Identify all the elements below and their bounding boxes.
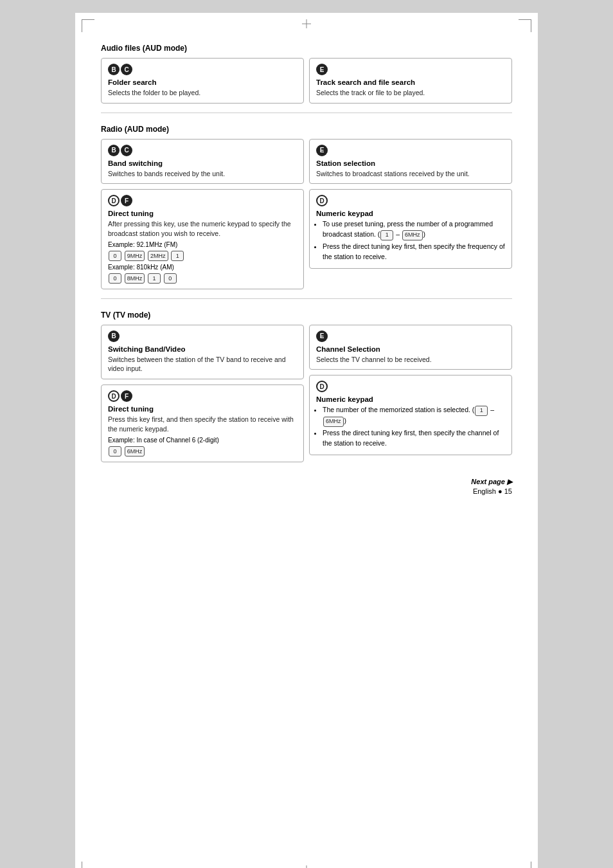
direct-tuning-radio-title: Direct tuning [108,210,297,217]
direct-tuning-radio-box: D F Direct tuning After pressing this ke… [101,189,304,289]
track-search-badges: E [316,64,505,75]
numeric-keypad-radio-bullet-2: Press the direct tuning key first, then … [323,242,505,262]
example-am-keys: 0 8MHz 1 0 [108,273,297,284]
numeric-keypad-tv-bullets: The number of the memorized station is s… [316,405,505,448]
divider-2 [101,298,512,299]
audio-files-grid: B C Folder search Selects the folder to … [101,58,512,104]
folder-search-desc: Selects the folder to be played. [108,88,297,98]
divider-1 [101,113,512,113]
key-1-tv-preset: 1 [475,406,488,416]
radio-grid: B C Band switching Switches to bands rec… [101,139,512,289]
section-audio-title: Audio files (AUD mode) [101,44,512,53]
switching-band-desc: Switches between the station of the TV b… [108,355,297,374]
key-1-preset: 1 [380,230,393,240]
badge-E-track: E [316,64,328,75]
main-content: Audio files (AUD mode) B C Folder search… [101,44,512,495]
numeric-keypad-radio-title: Numeric keypad [316,210,505,217]
channel-selection-box: E Channel Selection Selects the TV chann… [309,325,512,370]
switching-band-badges: B [108,330,297,342]
folder-search-badges: B C [108,64,297,75]
direct-tuning-tv-desc: Press this key first, and then specify t… [108,415,297,433]
corner-mark-bl [82,862,94,868]
track-search-title: Track search and file search [316,78,505,86]
band-switching-badges: B C [108,145,297,156]
key-6mhz-tv-preset: 6MHz [323,417,344,427]
corner-mark-tl [82,19,94,32]
badge-D-numeric: D [316,195,328,206]
key-0-am2: 0 [164,273,177,284]
crosshair-bottom [302,865,311,868]
badge-D-tv-numeric: D [316,381,328,392]
channel-selection-badges: E [316,330,505,342]
key-1-am: 1 [148,273,161,284]
station-selection-badges: E [316,145,505,156]
numeric-keypad-radio-bullet-1: To use preset tuning, press the number o… [323,219,505,240]
key-8mhz: 8MHz [125,273,145,284]
key-0-tv: 0 [109,446,121,457]
key-1-fm: 1 [171,251,184,261]
station-selection-title: Station selection [316,159,505,167]
badge-D-tv-direct: D [108,390,120,402]
example-tv-keys: 0 6MHz [108,446,297,457]
badge-B-band: B [108,145,120,156]
corner-mark-tr [519,19,531,32]
badge-C-folder: C [121,64,132,75]
direct-tuning-tv-box: D F Direct tuning Press this key first, … [101,384,304,462]
track-search-box: E Track search and file search Selects t… [309,58,512,104]
badge-F-direct: F [121,195,132,206]
section-tv-title: TV (TV mode) [101,311,512,320]
page-number: English ● 15 [101,487,512,495]
tv-grid: B Switching Band/Video Switches between … [101,325,512,462]
badge-E-channel: E [316,330,328,342]
key-2mhz: 2MHz [148,251,168,261]
key-0-fm1: 0 [109,251,121,261]
key-6mhz-preset: 6MHz [402,230,423,240]
example-tv-label: Example: In case of Channel 6 (2-digit) [108,437,297,444]
numeric-keypad-tv-bullet-1: The number of the memorized station is s… [323,405,505,427]
direct-tuning-radio-desc: After pressing this key, use the numeric… [108,219,297,238]
folder-search-title: Folder search [108,78,297,86]
section-radio-title: Radio (AUD mode) [101,125,512,134]
numeric-keypad-radio-badges: D [316,195,505,206]
numeric-keypad-radio-bullets: To use preset tuning, press the number o… [316,219,505,262]
badge-E-station: E [316,145,328,156]
corner-mark-br [519,862,531,868]
track-search-desc: Selects the track or file to be played. [316,88,505,98]
direct-tuning-tv-badges: D F [108,390,297,402]
example-am-label: Example: 810kHz (AM) [108,264,297,271]
numeric-keypad-tv-bullet-2: Press the direct tuning key first, then … [323,428,505,449]
folder-search-box: B C Folder search Selects the folder to … [101,58,304,104]
example-fm-keys: 0 9MHz 2MHz 1 [108,251,297,261]
badge-B-folder: B [108,64,120,75]
switching-band-video-box: B Switching Band/Video Switches between … [101,325,304,379]
page: Audio files (AUD mode) B C Folder search… [75,13,538,868]
key-0-am1: 0 [109,273,121,284]
numeric-keypad-tv-badges: D [316,381,505,392]
direct-tuning-radio-badges: D F [108,195,297,206]
band-switching-title: Band switching [108,159,297,167]
band-switching-box: B C Band switching Switches to bands rec… [101,139,304,185]
switching-band-title: Switching Band/Video [108,345,297,353]
dot-separator: ● [498,487,504,495]
station-selection-box: E Station selection Switches to broadcas… [309,139,512,185]
footer: Next page ▶ English ● 15 [101,478,512,495]
example-fm-label: Example: 92.1MHz (FM) [108,241,297,248]
band-switching-desc: Switches to bands received by the unit. [108,169,297,179]
numeric-keypad-tv-box: D Numeric keypad The number of the memor… [309,375,512,455]
numeric-keypad-tv-title: Numeric keypad [316,395,505,403]
numeric-keypad-radio-box: D Numeric keypad To use preset tuning, p… [309,189,512,269]
station-selection-desc: Switches to broadcast stations received … [316,169,505,179]
direct-tuning-tv-title: Direct tuning [108,405,297,413]
badge-F-tv-direct: F [121,390,132,402]
badge-C-band: C [121,145,132,156]
badge-D-direct: D [108,195,120,206]
channel-selection-title: Channel Selection [316,345,505,353]
key-9mhz: 9MHz [125,251,145,261]
channel-selection-desc: Selects the TV channel to be received. [316,355,505,365]
language-label: English [473,487,496,495]
next-page-text: Next page ▶ [101,478,512,486]
page-num-value: 15 [504,487,512,495]
crosshair-top [302,19,311,28]
badge-B-tv: B [108,330,120,342]
key-6mhz-tv: 6MHz [125,446,145,457]
